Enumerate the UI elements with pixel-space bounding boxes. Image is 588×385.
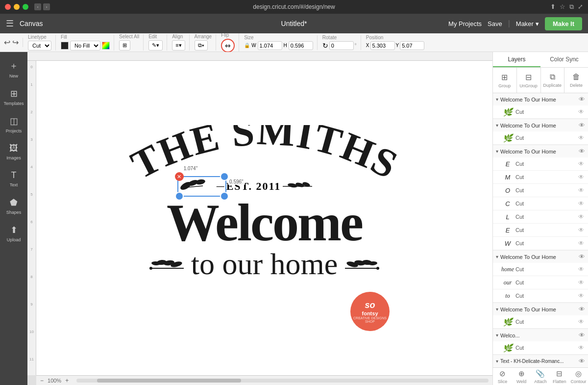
slice-button[interactable]: ⊘ Slice — [493, 369, 512, 384]
layer-item-5-1[interactable]: 🌿 Cut 👁 — [493, 315, 588, 329]
ungroup-action[interactable]: ⊟ UnGroup — [517, 68, 541, 93]
layer-item-3-M[interactable]: M Cut 👁 — [493, 171, 588, 184]
layer-group-header-1[interactable]: ▾ Welcome To Our Home 👁 — [493, 93, 588, 105]
eye-icon-2[interactable]: 👁 — [579, 122, 585, 129]
sidebar-item-upload[interactable]: ⬆ Upload — [0, 221, 27, 246]
layer-group-header-7[interactable]: ▾ Text - KH-Delicate-Romanc... 👁 — [493, 355, 588, 367]
contour-button[interactable]: ◎ Contour — [569, 369, 588, 384]
minimize-button[interactable] — [14, 4, 20, 10]
canvas-area[interactable]: 0 1 2 3 4 5 6 7 8 9 10 11 12 13 14 15 0 … — [27, 52, 492, 385]
tab-layers[interactable]: Layers — [493, 52, 540, 67]
maker-button[interactable]: Maker ▾ — [516, 20, 539, 27]
eye-icon-4-to[interactable]: 👁 — [578, 292, 584, 299]
eye-icon-5[interactable]: 👁 — [579, 306, 585, 313]
layer-group-header-6[interactable]: ▾ Welco... 👁 — [493, 329, 588, 341]
eye-icon-1-1[interactable]: 👁 — [578, 108, 584, 115]
fullscreen-icon[interactable]: ⤢ — [578, 3, 583, 11]
rotate-handle[interactable] — [220, 172, 229, 181]
eye-icon-7[interactable]: 👁 — [579, 358, 585, 365]
my-projects-button[interactable]: My Projects — [448, 20, 482, 27]
sidebar-item-text[interactable]: T Text — [0, 166, 27, 191]
weld-button[interactable]: ⊕ Weld — [512, 369, 531, 384]
delete-handle[interactable]: ✕ — [175, 172, 184, 181]
layer-item-3-O[interactable]: O Cut 👁 — [493, 184, 588, 197]
height-input[interactable] — [289, 41, 313, 50]
zoom-out-button[interactable]: − — [40, 377, 44, 384]
eye-icon-3-C[interactable]: 👁 — [578, 200, 584, 207]
eye-icon-3-O[interactable]: 👁 — [578, 187, 584, 194]
eye-icon-3-E2[interactable]: 👁 — [578, 227, 584, 233]
canvas-white[interactable]: THE SMITHS ✕ — [36, 61, 492, 375]
layer-group-header-3[interactable]: ▾ Welcome To Our Home 👁 — [493, 145, 588, 157]
scale-handle-bl[interactable] — [175, 192, 184, 201]
canvas-scrollbar[interactable] — [76, 379, 489, 383]
width-input[interactable] — [258, 41, 282, 50]
group-action[interactable]: ⊞ Group — [493, 68, 517, 93]
select-all-button[interactable]: ⊞ — [119, 40, 130, 51]
align-button[interactable]: ≡▾ — [172, 40, 185, 51]
eye-icon-3-W[interactable]: 👁 — [578, 240, 584, 247]
layer-item-3-W[interactable]: W Cut 👁 — [493, 237, 588, 250]
eye-icon-3[interactable]: 👁 — [579, 148, 585, 155]
eye-icon-5-1[interactable]: 👁 — [578, 318, 584, 325]
layer-group-header-2[interactable]: ▾ Welcome To Our Home 👁 — [493, 119, 588, 131]
bookmark-icon[interactable]: ☆ — [560, 3, 565, 11]
zoom-in-button[interactable]: + — [65, 377, 69, 384]
eye-icon-6-1[interactable]: 👁 — [578, 344, 584, 351]
arrange-button[interactable]: ⧉▾ — [195, 40, 208, 51]
delete-action[interactable]: 🗑 Delete — [564, 68, 588, 93]
make-it-button[interactable]: Make It — [545, 17, 582, 30]
eye-icon-6[interactable]: 👁 — [579, 332, 585, 339]
eye-icon-3-E[interactable]: 👁 — [578, 160, 584, 167]
duplicate-action[interactable]: ⧉ Duplicate — [541, 68, 565, 93]
flip-button[interactable]: ⇔ — [221, 39, 235, 52]
eye-icon-4-home[interactable]: 👁 — [578, 266, 584, 273]
layer-item-3-L[interactable]: L Cut 👁 — [493, 210, 588, 224]
layer-item-3-E2[interactable]: E Cut 👁 — [493, 224, 588, 237]
sidebar-item-templates[interactable]: ⊞ Templates — [0, 84, 27, 110]
layer-item-6-1[interactable]: 🌿 Cut 👁 — [493, 341, 588, 355]
y-input[interactable] — [400, 41, 424, 50]
sidebar-item-shapes[interactable]: ⬟ Shapes — [0, 193, 27, 219]
layer-item-4-our[interactable]: our Cut 👁 — [493, 276, 588, 289]
sidebar-item-projects[interactable]: ◫ Projects — [0, 112, 27, 137]
close-button[interactable] — [5, 4, 11, 10]
layer-group-header-4[interactable]: ▾ Welcome To Our Home 👁 — [493, 251, 588, 263]
undo-button[interactable]: ↩ — [4, 38, 10, 47]
eye-icon-4-our[interactable]: 👁 — [578, 279, 584, 286]
sidebar-item-new[interactable]: ＋ New — [0, 56, 27, 82]
layer-item-2-1[interactable]: 🌿 Cut 👁 — [493, 131, 588, 145]
color-picker-icon[interactable] — [102, 42, 110, 50]
redo-button[interactable]: ↪ — [12, 38, 19, 47]
layer-item-3-E[interactable]: E Cut 👁 — [493, 157, 588, 171]
scale-handle-br[interactable] — [220, 192, 229, 201]
eye-icon-1[interactable]: 👁 — [579, 96, 585, 103]
attach-button[interactable]: 📎 Attach — [531, 369, 550, 384]
eye-icon-3-M[interactable]: 👁 — [578, 174, 584, 180]
tab-color-sync[interactable]: Color Sync — [540, 52, 588, 67]
flatten-button[interactable]: ⊟ Flatten — [550, 369, 569, 384]
x-input[interactable] — [370, 41, 395, 50]
rotate-input[interactable] — [329, 41, 354, 50]
menu-icon[interactable]: ☰ — [6, 18, 14, 29]
layer-item-3-C[interactable]: C Cut 👁 — [493, 197, 588, 210]
layer-item-1-1[interactable]: 🌿 Cut 👁 — [493, 105, 588, 119]
layer-item-4-to[interactable]: to Cut 👁 — [493, 289, 588, 303]
eye-icon-3-L[interactable]: 👁 — [578, 213, 584, 220]
eye-icon-4[interactable]: 👁 — [579, 253, 585, 260]
save-button[interactable]: Save — [488, 20, 502, 27]
back-button[interactable]: ‹ — [34, 3, 41, 10]
fill-color-swatch[interactable] — [61, 42, 69, 50]
share-icon[interactable]: ⬆ — [550, 3, 556, 11]
sidebar-item-images[interactable]: 🖼 Images — [0, 139, 27, 164]
linetype-select[interactable]: Cut — [28, 41, 51, 51]
fill-select[interactable]: No Fill — [70, 41, 100, 51]
edit-button[interactable]: ✎▾ — [148, 40, 163, 51]
fullscreen-button[interactable] — [23, 4, 28, 10]
layer-group-header-5[interactable]: ▾ Welcome To Our Home 👁 — [493, 303, 588, 315]
eye-icon-2-1[interactable]: 👁 — [578, 134, 584, 141]
pip-icon[interactable]: ⧉ — [569, 3, 574, 11]
layer-item-4-home[interactable]: home Cut 👁 — [493, 263, 588, 276]
lock-icon[interactable]: 🔒 — [244, 43, 250, 48]
forward-button[interactable]: › — [43, 3, 50, 10]
